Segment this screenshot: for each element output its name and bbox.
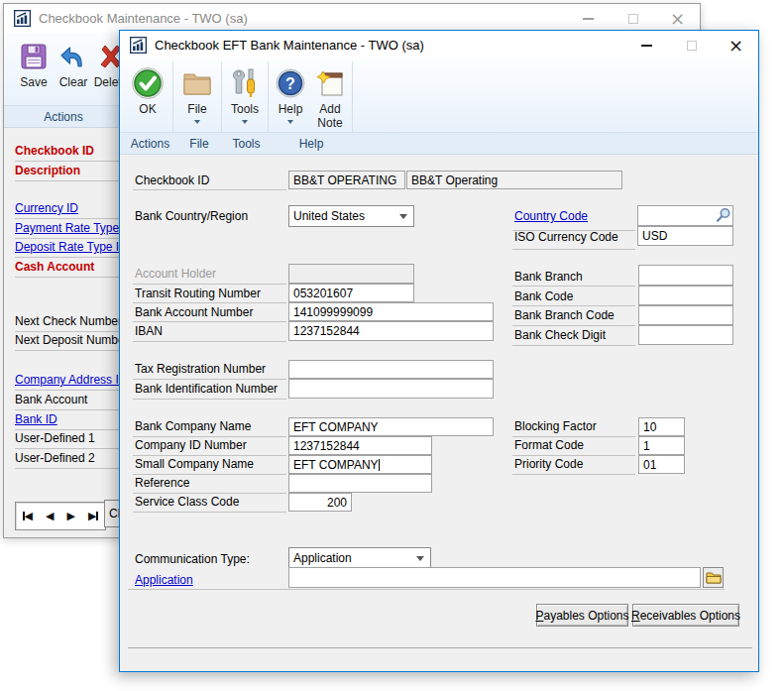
checkbook-id-value: BB&T OPERATING [288,171,405,189]
format-code-label: Format Code [514,438,584,452]
close-button[interactable]: × [655,4,700,33]
front-ribbon: OK File [120,59,758,155]
bank-account-number-field[interactable] [288,302,494,321]
help-menu-button[interactable]: ? Help [272,62,309,132]
maximize-icon [687,41,697,51]
account-holder-field [288,264,414,284]
ok-button[interactable]: OK [128,62,168,132]
chevron-down-icon [287,120,293,124]
service-class-code-field[interactable] [288,493,352,512]
prompt-payment-rate-type-id[interactable]: Payment Rate Type ID [15,221,135,235]
iso-currency-code-value: USD [637,226,733,246]
reference-label: Reference [135,476,189,490]
prompt-bank-id[interactable]: Bank ID [15,412,57,426]
clear-button[interactable]: Clear [54,36,93,105]
minimize-icon [641,45,652,47]
browse-folder-button[interactable] [703,567,724,588]
add-note-button[interactable]: Add Note [309,62,351,132]
bank-account-number-label: Bank Account Number [135,305,253,319]
bank-company-name-field[interactable] [288,417,494,436]
floppy-disk-icon [19,39,49,74]
bank-code-field[interactable] [638,286,733,305]
bank-identification-number-field[interactable] [288,379,494,399]
bank-branch-code-label: Bank Branch Code [514,308,615,322]
prompt-checkbook-id: Checkbook ID [15,144,94,158]
small-company-name-label: Small Company Name [135,457,254,471]
checkbook-eft-bank-maintenance-window: Checkbook EFT Bank Maintenance - TWO (sa… [119,30,759,672]
bank-code-label: Bank Code [514,289,573,303]
chevron-down-icon [242,120,248,124]
help-icon: ? [275,65,306,101]
bank-identification-number-label: Bank Identification Number [135,382,278,396]
bank-country-region-dropdown[interactable]: United States [288,205,414,227]
iban-field[interactable] [288,321,494,341]
back-titlebar[interactable]: Checkbook Maintenance - TWO (sa) × [4,4,700,33]
minimize-button[interactable] [624,31,669,59]
close-button[interactable]: × [714,31,758,59]
maximize-button[interactable] [669,31,714,59]
prompt-currency-id[interactable]: Currency ID [15,201,78,215]
front-ribbon-group-strip: Actions File Tools Help [120,132,758,154]
transit-routing-number-field[interactable] [288,284,414,302]
application-label[interactable]: Application [135,573,193,587]
iso-currency-code-label: ISO Currency Code [514,230,618,244]
text-caret [379,459,380,471]
bank-branch-label: Bank Branch [514,270,583,284]
prompt-next-deposit-number: Next Deposit Number [15,333,129,347]
file-menu-button[interactable]: File [177,62,217,132]
next-record-button[interactable]: ▶ [67,510,75,522]
add-note-icon [314,65,346,101]
payables-options-button[interactable]: Payables Options [536,604,628,627]
bank-country-region-label: Bank Country/Region [135,209,248,223]
maximize-icon [628,14,638,24]
svg-text:?: ? [285,75,295,92]
prompt-company-address-id[interactable]: Company Address ID [15,373,127,387]
blocking-factor-label: Blocking Factor [514,419,597,433]
service-class-code-label: Service Class Code [135,495,239,509]
close-icon: × [728,37,743,55]
tools-group-label: Tools [225,137,268,151]
reference-field[interactable] [288,474,432,493]
maximize-button[interactable] [611,4,655,33]
tools-menu-button[interactable]: Tools [225,62,265,132]
application-path-field[interactable] [288,567,701,588]
desktop: Checkbook Maintenance - TWO (sa) × [0,0,784,691]
country-code-label[interactable]: Country Code [514,209,588,223]
minimize-icon [583,18,594,20]
bank-branch-field[interactable] [638,265,733,286]
chevron-down-icon [416,556,424,561]
ok-green-check-icon [131,65,165,101]
status-separator [128,647,752,648]
file-group-label: File [177,137,221,151]
tax-registration-number-label: Tax Registration Number [135,362,266,376]
prompt-bank-account: Bank Account [15,393,87,406]
record-navigation: ◀ ◀ ▶ ▶ [15,502,106,530]
previous-record-button[interactable]: ◀ [46,510,54,522]
format-code-field[interactable] [638,436,685,455]
close-icon: × [670,10,685,28]
blocking-factor-field[interactable] [638,417,685,436]
lookup-icon[interactable] [715,207,731,228]
front-titlebar[interactable]: Checkbook EFT Bank Maintenance - TWO (sa… [120,31,758,59]
actions-group-label: Actions [14,110,113,124]
undo-arrow-icon [58,39,88,74]
save-button[interactable]: Save [14,36,54,105]
prompt-deposit-rate-type-id[interactable]: Deposit Rate Type ID [15,240,128,254]
iban-label: IBAN [135,324,163,338]
receivables-options-button[interactable]: Receivables Options [632,604,739,627]
actions-group-label: Actions [128,137,172,151]
last-record-button[interactable]: ▶ [88,510,98,522]
minimize-button[interactable] [566,4,611,33]
company-id-number-label: Company ID Number [135,438,247,452]
priority-code-field[interactable] [638,455,685,474]
bank-check-digit-field[interactable] [638,325,733,345]
first-record-button[interactable]: ◀ [23,510,33,522]
bar-chart-app-icon [130,37,147,54]
communication-type-dropdown[interactable]: Application [288,547,431,569]
prompt-description: Description [15,164,80,177]
tax-registration-number-field[interactable] [288,360,494,379]
small-company-name-field[interactable]: EFT COMPANY [288,455,432,474]
bank-branch-code-field[interactable] [638,305,733,325]
company-id-number-field[interactable] [288,436,432,455]
folder-icon [706,571,722,584]
